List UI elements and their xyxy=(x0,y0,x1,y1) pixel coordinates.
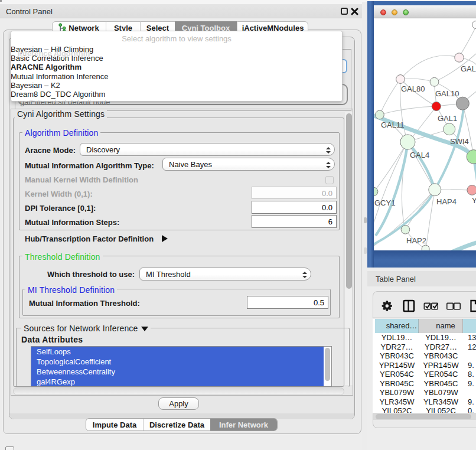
svg-text:HAP2: HAP2 xyxy=(406,236,426,245)
svg-text:GAL2: GAL2 xyxy=(461,64,476,73)
svg-text:SWI4: SWI4 xyxy=(450,137,469,146)
svg-text:GAL4: GAL4 xyxy=(410,151,429,159)
svg-text:Y: Y xyxy=(472,196,476,205)
svg-text:GCY1: GCY1 xyxy=(374,198,395,207)
svg-text:GAL10: GAL10 xyxy=(435,89,459,98)
svg-text:GAL80: GAL80 xyxy=(401,84,425,93)
svg-text:GAL11: GAL11 xyxy=(381,120,405,129)
svg-text:HAP4: HAP4 xyxy=(436,197,457,206)
svg-text:GAL1: GAL1 xyxy=(438,114,457,123)
